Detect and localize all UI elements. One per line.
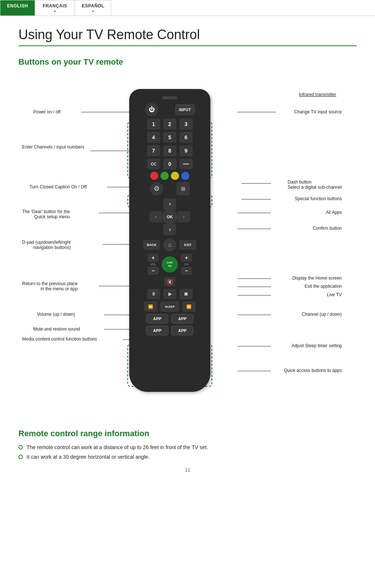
btn-8[interactable]: 8 — [163, 145, 176, 156]
cc-button[interactable]: CC — [147, 159, 160, 169]
back-button[interactable]: BACK — [143, 240, 160, 250]
btn-play[interactable]: ▶ — [163, 289, 176, 299]
app-btn-1-label: APP — [153, 317, 162, 321]
btn-red[interactable] — [150, 172, 158, 180]
lang-tab-espanol-label: ESPAÑOL — [82, 3, 104, 8]
remote-section: Infrared transmitter Power on / off Chan… — [18, 74, 357, 414]
annotation-special-label: Special function buttons — [295, 196, 342, 201]
info-list: The remote control can work at a distanc… — [18, 444, 357, 460]
ir-transmitter — [162, 96, 177, 99]
lang-tab-espanol[interactable]: ESPAÑOL ▲ — [75, 0, 111, 16]
annotation-quickaccess: Quick access buttons to apps — [284, 368, 342, 373]
ann-line-exit — [238, 287, 271, 287]
allapps-button[interactable]: ⊞ — [176, 182, 190, 195]
ann-line-input — [237, 112, 276, 112]
ann-line-gear — [99, 213, 131, 213]
home-button[interactable]: ⌂ — [163, 238, 176, 252]
dpad-down[interactable]: ∨ — [164, 224, 176, 235]
dpad-up[interactable]: ∧ — [164, 198, 176, 209]
ann-line-dpad — [103, 244, 131, 245]
btn-5[interactable]: 5 — [163, 132, 176, 143]
annotation-input: Change TV input source — [294, 109, 342, 114]
btn-0[interactable]: 0 — [163, 158, 176, 170]
ann-line-sleep — [238, 346, 271, 346]
annotation-gear-label: The 'Gear' button for theQuick setup men… — [22, 209, 70, 219]
btn-blue[interactable] — [181, 172, 189, 180]
annotation-home: Display the Home screen — [292, 276, 342, 281]
ok-button[interactable]: OK — [162, 209, 178, 225]
btn-stop[interactable]: ⏹ — [179, 289, 193, 299]
annotation-livetv: Live TV — [327, 292, 342, 297]
app-row-1: APP APP — [135, 314, 205, 324]
annotation-power-label: Power on / off — [33, 109, 61, 114]
main-content: Using Your TV Remote Control Buttons on … — [0, 16, 375, 488]
app-btn-2-label: APP — [178, 317, 187, 321]
annotation-cc: Turn Closed Caption On / Off — [30, 184, 87, 189]
app-btn-1[interactable]: APP — [146, 314, 168, 324]
app-row-2: APP APP — [135, 326, 205, 335]
color-buttons — [150, 172, 189, 180]
power-button[interactable]: ⏻ — [145, 103, 158, 116]
sleep-button[interactable]: SLEEP — [160, 301, 179, 312]
ann-line-ir — [299, 96, 336, 97]
btn-rewind[interactable]: ⏪ — [144, 301, 157, 312]
app-btn-2[interactable]: APP — [171, 314, 193, 324]
back-home-exit-row: BACK ⌂ EXIT — [135, 238, 205, 252]
ann-line-confirm — [238, 229, 271, 229]
btn-4[interactable]: 4 — [147, 132, 160, 143]
lang-tab-francais-caret: ▲ — [43, 9, 67, 13]
ch-up-button[interactable]: + — [181, 254, 192, 262]
info-text-1: The remote control can work at a distanc… — [27, 444, 208, 450]
annotation-mute: Mute and restore sound — [33, 327, 80, 332]
btn-7[interactable]: 7 — [147, 145, 160, 156]
app-btn-3[interactable]: APP — [146, 326, 168, 335]
annotation-confirm-label: Confirm button — [313, 226, 342, 231]
ch-down-button[interactable]: − — [181, 267, 192, 275]
ann-line-cc — [107, 187, 131, 187]
annotation-exit: Exit the application — [305, 284, 342, 289]
annotation-sleep-label: Adjust Sleep timer setting — [292, 343, 342, 348]
annotation-special: Special function buttons — [295, 196, 342, 201]
vol-up-button[interactable]: + — [148, 254, 159, 262]
annotation-media: Media content control function buttons — [22, 336, 97, 342]
cc-zero-dash-row: CC 0 — — [135, 158, 205, 170]
gear-button[interactable]: ⚙ — [150, 182, 163, 195]
btn-6[interactable]: 6 — [179, 132, 193, 143]
mute-row: 🔇 — [135, 277, 205, 287]
livetv-button[interactable]: LiveTV — [162, 256, 178, 273]
ann-line-special — [241, 199, 271, 199]
lang-tab-english-label: ENGLISH — [7, 3, 28, 8]
lang-tab-english[interactable]: ENGLISH — [0, 0, 35, 16]
exit-button[interactable]: EXIT — [179, 240, 196, 250]
annotation-power: Power on / off — [33, 109, 61, 114]
btn-yellow[interactable] — [171, 172, 179, 180]
dpad-right[interactable]: › — [178, 211, 190, 222]
app-btn-4[interactable]: APP — [171, 326, 193, 335]
input-label: INPUT — [179, 108, 191, 112]
ann-line-home — [238, 278, 271, 279]
btn-3[interactable]: 3 — [179, 119, 193, 130]
annotation-dpad-label: D-pad (up/down/left/rightnavigation butt… — [22, 240, 70, 250]
btn-1[interactable]: 1 — [147, 119, 160, 130]
lang-tab-francais[interactable]: FRANÇAIS ▲ — [36, 0, 74, 16]
cc-label: CC — [151, 162, 156, 166]
vol-livetv-ch-row: + VOL − LiveTV + CH − — [135, 254, 205, 275]
btn-pause[interactable]: ⏸ — [147, 289, 160, 299]
remote-body: ⏻ INPUT 1 2 3 4 5 6 7 8 9 — [129, 89, 210, 392]
annotation-back-label: Return to the previous placein the menu … — [22, 281, 78, 291]
mute-button[interactable]: 🔇 — [164, 277, 175, 287]
btn-2[interactable]: 2 — [163, 119, 176, 130]
ann-line-vol — [104, 315, 131, 315]
btn-9[interactable]: 9 — [179, 145, 193, 156]
vol-down-button[interactable]: − — [148, 267, 159, 275]
ann-line-allapps — [238, 213, 271, 213]
annotation-ch: Channel (up / down) — [302, 312, 342, 317]
dpad-left[interactable]: ‹ — [149, 211, 162, 222]
btn-green[interactable] — [161, 172, 169, 180]
annotation-back: Return to the previous placein the menu … — [22, 281, 78, 291]
dash-button[interactable]: — — [179, 159, 193, 169]
input-button[interactable]: INPUT — [175, 105, 195, 115]
btn-forward[interactable]: ⏩ — [182, 301, 196, 312]
power-input-row: ⏻ INPUT — [135, 103, 205, 116]
info-section-title: Remote control range information — [18, 429, 357, 438]
